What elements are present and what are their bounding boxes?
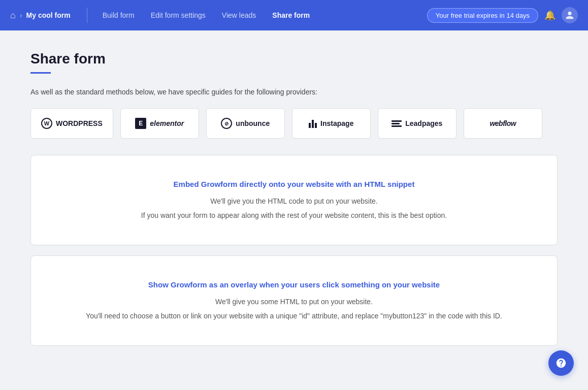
option-embed-title[interactable]: Embed Growform directly onto your websit… — [51, 180, 537, 188]
wordpress-icon: W — [41, 118, 52, 129]
main-content: Share form As well as the standard metho… — [0, 30, 588, 376]
option-embed-desc-1: We'll give you the HTML code to put on y… — [51, 196, 537, 207]
breadcrumb-chevron: › — [20, 11, 22, 19]
unbounce-icon: ⊘ — [221, 118, 232, 129]
nav-links: Build form Edit form settings View leads… — [95, 8, 423, 22]
provider-elementor[interactable]: E elementor — [120, 108, 199, 139]
option-embed-desc-2: If you want your form to appear along wi… — [51, 210, 537, 221]
option-overlay-desc-2: You'll need to choose a button or link o… — [51, 310, 537, 321]
option-card-overlay: Show Growform as an overlay when your us… — [30, 255, 558, 346]
subtitle-text: As well as the standard methods below, w… — [30, 88, 558, 96]
trial-badge[interactable]: Your free trial expires in 14 days — [427, 8, 538, 23]
home-icon[interactable]: ⌂ — [10, 10, 16, 21]
nav-divider — [87, 8, 87, 23]
instapage-label: Instapage — [320, 119, 353, 127]
navbar: ⌂ › My cool form Build form Edit form se… — [0, 0, 588, 30]
provider-instapage[interactable]: Instapage — [292, 108, 371, 139]
leadpages-icon — [391, 120, 402, 127]
nav-view-leads[interactable]: View leads — [215, 8, 263, 22]
title-underline — [30, 72, 51, 74]
provider-unbounce[interactable]: ⊘ unbounce — [206, 108, 285, 139]
elementor-label: elementor — [150, 119, 184, 127]
elementor-icon: E — [135, 118, 146, 129]
help-button[interactable] — [548, 350, 574, 376]
provider-webflow[interactable]: webflow — [464, 108, 542, 139]
webflow-label: webflow — [489, 119, 516, 127]
instapage-icon — [309, 119, 317, 128]
provider-grid: W WORDPRESS E elementor ⊘ unbounce — [30, 108, 558, 139]
nav-build-form[interactable]: Build form — [95, 8, 142, 22]
option-overlay-title[interactable]: Show Growform as an overlay when your us… — [51, 280, 537, 289]
notifications-icon[interactable]: 🔔 — [544, 10, 556, 21]
nav-edit-form-settings[interactable]: Edit form settings — [144, 8, 213, 22]
user-avatar[interactable] — [562, 7, 578, 23]
nav-share-form[interactable]: Share form — [265, 8, 317, 22]
page-title: Share form — [30, 51, 558, 67]
leadpages-label: Leadpages — [405, 119, 442, 127]
breadcrumb-label: My cool form — [26, 11, 71, 19]
provider-wordpress[interactable]: W WORDPRESS — [30, 108, 113, 139]
provider-leadpages[interactable]: Leadpages — [378, 108, 456, 139]
nav-right: Your free trial expires in 14 days 🔔 — [427, 7, 578, 23]
option-card-embed: Embed Growform directly onto your websit… — [30, 155, 558, 245]
wordpress-label: WORDPRESS — [56, 119, 103, 127]
option-overlay-desc-1: We'll give you some HTML to put on your … — [51, 296, 537, 307]
unbounce-label: unbounce — [236, 119, 270, 127]
